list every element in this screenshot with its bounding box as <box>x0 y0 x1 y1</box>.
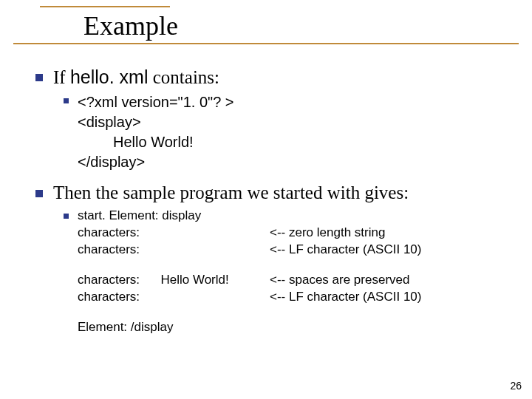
output-right: <-- spaces are preserved <box>270 272 409 289</box>
output-row-6: Element: /display <box>78 319 421 336</box>
output-sub-block: start. Element: display characters: <-- … <box>64 208 502 336</box>
output-left: characters: <box>78 225 270 242</box>
slide-title: Example <box>83 10 178 41</box>
output-left: characters: <box>78 242 270 259</box>
code-line-3: Hello World! <box>78 132 234 152</box>
output-right: <-- zero length string <box>270 225 385 242</box>
title-line-top <box>40 6 170 7</box>
output-gap <box>78 306 421 319</box>
square-bullet-icon <box>64 98 69 103</box>
output-left: characters: <box>78 289 270 306</box>
title-line-bottom <box>13 43 519 44</box>
code-line-2: <display> <box>78 112 234 132</box>
sub-bullet-1: <?xml version="1. 0"? > <display> Hello … <box>64 92 502 172</box>
content-area: If hello. xml contains: <?xml version="1… <box>35 66 502 347</box>
output-block: start. Element: display characters: <-- … <box>78 208 421 336</box>
square-bullet-icon <box>35 190 43 197</box>
output-row-3: characters: <-- LF character (ASCII 10) <box>78 242 421 259</box>
output-right: <-- LF character (ASCII 10) <box>270 242 421 259</box>
output-gap <box>78 259 421 272</box>
output-row-2: characters: <-- zero length string <box>78 225 421 242</box>
output-row-1: start. Element: display <box>78 208 421 225</box>
square-bullet-icon <box>64 214 69 219</box>
output-right: <-- LF character (ASCII 10) <box>270 289 421 306</box>
code-block: <?xml version="1. 0"? > <display> Hello … <box>78 92 234 172</box>
output-left: Element: /display <box>78 319 270 336</box>
bullet-text-1: If hello. xml contains: <box>53 66 219 88</box>
bullet-text-2: Then the sample program we started with … <box>53 183 409 203</box>
text-suffix: contains: <box>149 67 220 87</box>
bullet-item-1: If hello. xml contains: <box>35 66 502 88</box>
filename-text: hello. xml <box>70 66 149 87</box>
page-number: 26 <box>510 380 522 392</box>
code-sub-block: <?xml version="1. 0"? > <display> Hello … <box>64 92 502 172</box>
output-row-4: characters: Hello World! <-- spaces are … <box>78 272 421 289</box>
code-line-4: </display> <box>78 152 234 172</box>
sub-bullet-2: start. Element: display characters: <-- … <box>64 208 502 336</box>
text-prefix: If <box>53 67 70 87</box>
output-row-5: characters: <-- LF character (ASCII 10) <box>78 289 421 306</box>
output-left: start. Element: display <box>78 208 270 225</box>
bullet-item-2: Then the sample program we started with … <box>35 183 502 203</box>
square-bullet-icon <box>35 74 43 81</box>
output-left: characters: Hello World! <box>78 272 270 289</box>
code-line-1: <?xml version="1. 0"? > <box>78 92 234 112</box>
